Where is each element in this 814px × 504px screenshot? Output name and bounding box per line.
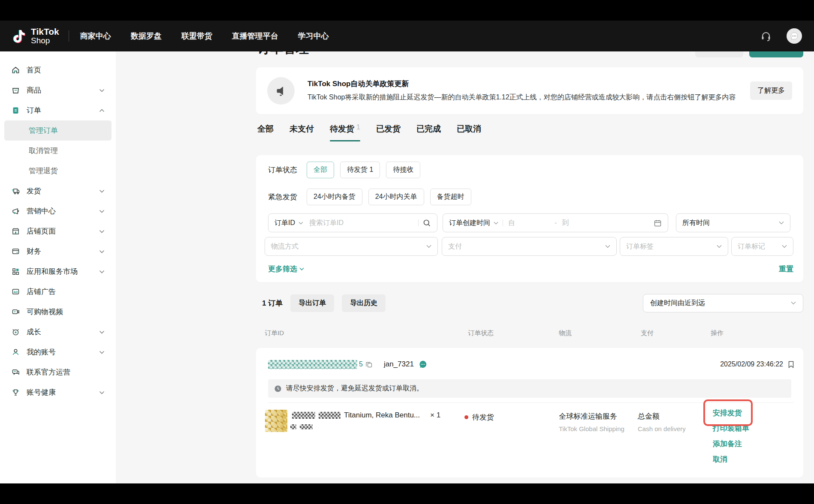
chat-bubble-icon[interactable]	[787, 28, 802, 44]
redacted-product-text	[319, 412, 341, 419]
bottom-letterbox	[0, 483, 814, 504]
sidebar-item-orders[interactable]: 订单	[0, 100, 116, 120]
chevron-down-icon	[426, 245, 431, 248]
logistics-cell: 全球标准运输服务 TikTok Global Shipping	[559, 411, 624, 432]
print-packing-slip-link[interactable]: 打印装箱单	[713, 423, 749, 433]
payment-select[interactable]: 支付	[442, 237, 617, 256]
sidebar-item-shipping[interactable]: 发货	[0, 181, 116, 201]
arrange-shipment-link[interactable]: 安排发货	[713, 408, 749, 418]
redacted-product-text	[290, 424, 296, 429]
export-history-button[interactable]: 导出历史	[342, 294, 386, 312]
date-to-input[interactable]	[561, 219, 608, 227]
column-logistics: 物流	[559, 329, 572, 337]
sidebar-item-returns[interactable]: 管理退货	[0, 161, 116, 181]
tab-cancelled[interactable]: 已取消	[457, 123, 481, 141]
reset-filters-link[interactable]: 重置	[779, 264, 793, 274]
status-chip-all[interactable]: 全部	[307, 162, 334, 178]
copy-icon[interactable]	[365, 361, 373, 368]
tab-count-badge: 1	[356, 123, 360, 135]
headset-icon[interactable]	[760, 30, 772, 42]
product-name-line: Titanium, Reka Bentu... × 1	[292, 411, 440, 420]
order-card: 5 jan_7321 2025/02/09 23:46:22 请尽快安排发货，避…	[256, 348, 803, 477]
clipped-primary-button[interactable]	[749, 51, 803, 57]
create-time-filter-box: 订单创建时间 -	[443, 213, 668, 232]
search-icon[interactable]	[423, 219, 431, 227]
shipping-service: 全球标准运输服务	[559, 411, 624, 421]
search-type-select[interactable]: 订单ID	[274, 219, 303, 228]
redacted-product-text	[300, 424, 313, 429]
sidebar-item-home[interactable]: 首页	[0, 60, 116, 80]
tab-unpaid[interactable]: 未支付	[289, 123, 314, 141]
status-chip-awaiting-collection[interactable]: 待揽收	[386, 162, 420, 178]
input-divider	[503, 219, 503, 226]
nav-item-live-platform[interactable]: 直播管理平台	[232, 31, 278, 41]
sidebar-item-products[interactable]: 商品	[0, 80, 116, 100]
order-id-search-input[interactable]	[308, 219, 414, 227]
calendar-icon[interactable]	[654, 219, 662, 227]
chevron-up-icon	[99, 109, 105, 112]
shipping-method-select[interactable]: 物流方式	[265, 237, 438, 256]
sidebar-item-app-market[interactable]: 应用和服务市场	[0, 261, 116, 282]
announcement-speaker-icon	[267, 77, 295, 105]
urgent-chip-close-24h[interactable]: 24小时内关单	[368, 189, 424, 205]
time-type-select[interactable]: 订单创建时间	[449, 219, 498, 228]
product-name-visible[interactable]: Titanium, Reka Bentu...	[344, 411, 420, 420]
tab-shipped[interactable]: 已发货	[376, 123, 401, 141]
chevron-down-icon	[99, 270, 105, 273]
message-buyer-icon[interactable]	[418, 360, 428, 369]
column-payment: 支付	[641, 329, 654, 337]
home-icon	[11, 66, 20, 75]
screen: TikTok Shop 商家中心 数据罗盘 联盟带货 直播管理平台 学习中心	[0, 0, 814, 504]
tab-completed[interactable]: 已完成	[416, 123, 441, 141]
sidebar-item-growth[interactable]: 成长	[0, 322, 116, 342]
order-tag-select[interactable]: 订单标签	[620, 237, 728, 256]
nav-item-data-compass[interactable]: 数据罗盘	[131, 31, 162, 41]
trophy-icon	[11, 388, 20, 397]
cancel-order-link[interactable]: 取消	[713, 454, 749, 464]
clipped-secondary-button[interactable]	[695, 51, 743, 57]
sort-select[interactable]: 创建时间由近到远	[643, 294, 803, 312]
sidebar-item-shop-ads[interactable]: AD 店铺广告	[0, 282, 116, 302]
tab-all[interactable]: 全部	[257, 123, 274, 141]
payment-cell: 总金额 Cash on delivery	[638, 411, 692, 432]
order-created-time: 2025/02/09 23:46:22	[720, 360, 783, 368]
nav-item-seller-center[interactable]: 商家中心	[80, 31, 111, 41]
sidebar-item-shop-page[interactable]: 店铺页面	[0, 221, 116, 241]
time-range-select[interactable]: 所有时间	[676, 213, 790, 232]
order-mark-select[interactable]: 订单标记	[731, 237, 793, 256]
sidebar-item-my-account[interactable]: 我的账号	[0, 342, 116, 362]
urgent-chip-prep-24h[interactable]: 24小时内备货	[307, 189, 362, 205]
column-order-id: 订单ID	[265, 329, 284, 337]
redacted-amount	[676, 413, 680, 420]
sidebar-item-account-health[interactable]: 账号健康	[0, 382, 116, 402]
status-filter-label: 订单状态	[268, 165, 297, 175]
status-dot-icon	[464, 415, 468, 419]
chevron-down-icon	[99, 351, 105, 354]
sidebar-item-marketing[interactable]: 营销中心	[0, 201, 116, 221]
chevron-down-icon	[717, 245, 722, 248]
bookmark-icon[interactable]	[787, 360, 795, 369]
shipping-provider: TikTok Global Shipping	[559, 425, 624, 432]
sidebar-item-finance[interactable]: 财务	[0, 241, 116, 261]
payment-label: 总金额	[638, 411, 660, 421]
redacted-amount	[663, 413, 672, 420]
nav-item-learning-center[interactable]: 学习中心	[298, 31, 329, 41]
nav-item-affiliate[interactable]: 联盟带货	[181, 31, 212, 41]
chevron-down-icon	[99, 230, 105, 233]
sidebar-item-manage-orders[interactable]: 管理订单	[4, 120, 112, 141]
sidebar-item-shoppable-video[interactable]: 可购物视频	[0, 302, 116, 322]
date-from-input[interactable]	[507, 219, 555, 227]
urgent-chip-prep-overdue[interactable]: 备货超时	[430, 189, 471, 205]
add-note-link[interactable]: 添加备注	[713, 439, 749, 449]
chevron-down-icon	[298, 222, 303, 225]
sidebar-item-cancellation[interactable]: 取消管理	[0, 141, 116, 161]
tiktok-shop-logo[interactable]: TikTok Shop	[12, 27, 59, 45]
export-orders-button[interactable]: 导出订单	[290, 294, 334, 312]
urgent-filter-label: 紧急发货	[268, 192, 297, 202]
status-chip-awaiting-shipment[interactable]: 待发货 1	[340, 162, 380, 178]
sidebar-item-contact-ops[interactable]: 联系官方运营	[0, 362, 116, 382]
buyer-username[interactable]: jan_7321	[384, 360, 414, 369]
tab-awaiting-shipment[interactable]: 待发货1	[330, 123, 360, 141]
learn-more-button[interactable]: 了解更多	[750, 81, 792, 100]
more-filters-link[interactable]: 更多筛选	[268, 264, 304, 274]
